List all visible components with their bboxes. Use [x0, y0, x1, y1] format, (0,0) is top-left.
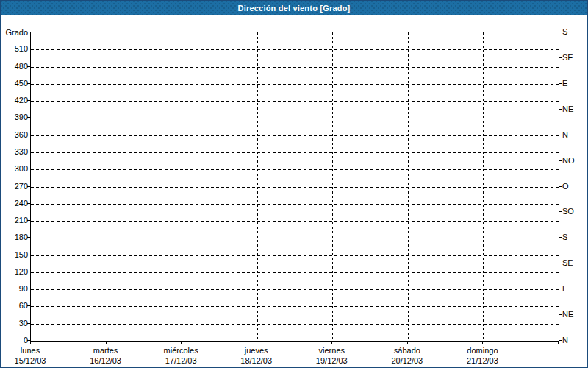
grid-line-vertical [182, 32, 182, 341]
y-tick-label: 180 [3, 233, 28, 241]
grid-line-horizontal [31, 101, 559, 102]
compass-label: NE [562, 310, 573, 319]
grid-line-horizontal [31, 306, 559, 307]
y-tick-label: 480 [3, 62, 28, 71]
y-axis-tick-right [559, 32, 562, 32]
compass-label: S [562, 233, 567, 241]
plot-area [30, 32, 559, 342]
day-label: jueves [220, 346, 293, 355]
date-label: 19/12/03 [295, 356, 368, 365]
compass-label: SE [562, 53, 573, 62]
compass-label: E [562, 79, 567, 88]
y-tick-label: 210 [3, 216, 28, 224]
y-axis-unit-label: Grado [3, 28, 28, 37]
y-tick-label: 240 [3, 199, 28, 208]
y-tick-label: 330 [3, 147, 28, 156]
y-axis-tick-right [559, 211, 562, 212]
y-tick-label: 510 [3, 44, 28, 53]
compass-label: O [562, 182, 569, 191]
compass-label: E [562, 284, 567, 293]
grid-line-horizontal [31, 289, 559, 290]
grid-line-horizontal [31, 169, 559, 170]
day-label: sábado [370, 346, 444, 355]
y-axis-tick-right [559, 263, 562, 263]
y-axis-tick-right [559, 186, 562, 187]
x-axis-tick [106, 341, 107, 344]
date-label: 20/12/03 [370, 356, 444, 365]
x-axis-tick [257, 341, 257, 344]
date-label: 15/12/03 [0, 356, 67, 365]
grid-line-vertical [257, 32, 258, 341]
y-axis-tick-right [559, 314, 562, 315]
date-label: 21/12/03 [445, 356, 519, 365]
grid-line-horizontal [31, 204, 559, 205]
y-tick-label: 390 [3, 113, 28, 121]
chart-title: Dirección del viento [Grado] [238, 4, 351, 13]
x-axis-tick [30, 341, 31, 344]
x-axis-tick [331, 341, 332, 344]
compass-label: S [562, 27, 567, 36]
grid-line-horizontal [31, 84, 559, 85]
day-label: domingo [445, 346, 519, 355]
y-tick-label: 0 [3, 336, 28, 344]
y-tick-label: 90 [3, 284, 28, 293]
grid-line-horizontal [31, 118, 559, 118]
grid-line-horizontal [31, 324, 559, 325]
y-tick-label: 450 [3, 79, 28, 88]
day-label: lunes [0, 346, 67, 355]
y-tick-label: 150 [3, 250, 28, 259]
day-label: miércoles [144, 346, 218, 355]
y-tick-label: 360 [3, 130, 28, 139]
x-axis-tick [407, 341, 408, 344]
chart-title-bar: Dirección del viento [Grado] [1, 1, 587, 15]
grid-line-vertical [332, 32, 333, 341]
compass-label: N [562, 336, 568, 344]
y-axis-tick-right [559, 57, 562, 58]
y-tick-label: 270 [3, 182, 28, 191]
grid-line-horizontal [31, 152, 559, 153]
y-tick-label: 30 [3, 319, 28, 328]
grid-line-vertical [107, 32, 107, 341]
grid-line-vertical [483, 32, 484, 341]
grid-line-vertical [408, 32, 409, 341]
y-axis-tick-right [559, 289, 562, 289]
y-axis-tick-right [559, 340, 562, 341]
grid-line-horizontal [31, 49, 559, 50]
y-axis-tick-right [559, 160, 562, 161]
grid-line-horizontal [31, 238, 559, 238]
grid-line-horizontal [31, 221, 559, 222]
chart-window: Dirección del viento [Grado] Grado 03060… [0, 0, 588, 368]
date-label: 17/12/03 [144, 356, 218, 365]
y-axis-tick-right [559, 83, 562, 84]
compass-label: NE [562, 105, 573, 113]
grid-line-horizontal [31, 67, 559, 68]
day-label: viernes [295, 346, 368, 355]
grid-line-horizontal [31, 135, 559, 136]
y-tick-label: 300 [3, 164, 28, 173]
x-axis-tick [482, 341, 483, 344]
date-label: 16/12/03 [69, 356, 143, 365]
compass-label: SE [562, 258, 573, 267]
compass-label: NO [562, 156, 575, 165]
date-label: 18/12/03 [220, 356, 293, 365]
x-axis-tick [181, 341, 182, 344]
grid-line-horizontal [31, 272, 559, 273]
grid-line-horizontal [31, 255, 559, 256]
compass-label: SO [562, 207, 574, 216]
y-tick-label: 120 [3, 267, 28, 276]
y-axis-tick-right [559, 237, 562, 238]
y-axis-tick-right [559, 135, 562, 135]
grid-line-horizontal [31, 187, 559, 188]
y-tick-label: 420 [3, 96, 28, 105]
compass-label: N [562, 130, 568, 139]
y-axis-tick-right [559, 109, 562, 110]
y-tick-label: 60 [3, 301, 28, 310]
day-label: martes [69, 346, 143, 355]
x-axis-tick [558, 341, 559, 344]
